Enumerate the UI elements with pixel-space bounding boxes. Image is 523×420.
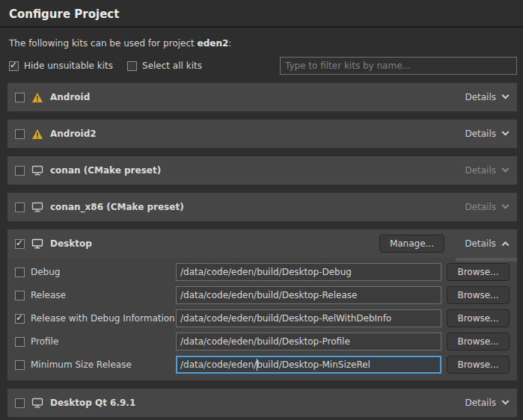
config-checkbox[interactable]: [15, 268, 25, 277]
config-row-relwithdebinfo: Release with Debug Information Browse...: [15, 309, 510, 327]
chevron-up-icon: [501, 241, 509, 248]
config-label: Minimum Size Release: [31, 359, 176, 370]
details-label: Details: [465, 165, 496, 176]
details-button[interactable]: Details: [456, 238, 517, 249]
kit-filter-input[interactable]: [280, 57, 517, 75]
hide-unsuitable-label: Hide unsuitable kits: [24, 61, 113, 71]
kit-name: Desktop Qt 6.9.1: [50, 398, 135, 408]
config-checkbox[interactable]: [15, 314, 25, 324]
kit-name: conan_x86 (CMake preset): [50, 202, 184, 212]
kit-checkbox[interactable]: [15, 398, 25, 408]
project-name: eden2: [198, 38, 229, 49]
kit-row-android2: Android2 Details: [7, 120, 517, 148]
config-row-debug: Debug Browse...: [15, 263, 510, 281]
kit-row-desktop-qt: Desktop Qt 6.9.1 Details: [7, 389, 517, 417]
build-dir-input[interactable]: [176, 286, 441, 304]
config-checkbox[interactable]: [15, 360, 25, 370]
config-label: Debug: [31, 267, 176, 277]
desktop-icon: [31, 398, 43, 409]
kit-row-android: Android Details: [7, 83, 517, 111]
kit-name: conan (CMake preset): [50, 165, 161, 176]
chevron-down-icon: [502, 201, 510, 209]
intro-text-after: :: [228, 38, 231, 49]
chevron-down-icon: [502, 128, 510, 135]
kit-row-desktop: Desktop Manage... Details: [7, 229, 517, 258]
desktop-icon: [31, 165, 43, 176]
kit-checkbox[interactable]: [15, 93, 25, 102]
config-checkbox[interactable]: [15, 337, 25, 347]
details-label: Details: [465, 202, 496, 212]
warning-icon: [31, 92, 43, 103]
build-dir-field: [176, 356, 441, 374]
build-dir-input[interactable]: [176, 309, 441, 327]
details-label: Details: [465, 398, 496, 408]
config-label: Release: [31, 290, 176, 300]
build-dir-field: [176, 263, 441, 281]
build-dir-input[interactable]: [176, 263, 441, 281]
browse-button[interactable]: Browse...: [447, 263, 510, 281]
intro-text-before: The following kits can be used for proje…: [9, 38, 198, 49]
text-caret: [257, 359, 257, 371]
details-label: Details: [465, 129, 496, 139]
config-checkbox[interactable]: [15, 291, 25, 300]
details-button[interactable]: Details: [465, 92, 508, 102]
details-label: Details: [465, 238, 496, 249]
browse-button[interactable]: Browse...: [447, 333, 510, 350]
config-label: Profile: [31, 336, 176, 347]
build-dir-field: [176, 309, 441, 327]
chevron-down-icon: [502, 91, 510, 99]
desktop-icon: [31, 202, 43, 213]
filter-toolbar: Hide unsuitable kits Select all kits: [9, 57, 517, 75]
intro-text: The following kits can be used for proje…: [0, 28, 523, 49]
details-button[interactable]: Details: [465, 165, 508, 176]
kit-checkbox[interactable]: [15, 203, 25, 212]
config-label: Release with Debug Information: [31, 313, 176, 324]
desktop-icon: [31, 238, 43, 250]
hide-unsuitable-checkbox[interactable]: [9, 61, 19, 71]
browse-button[interactable]: Browse...: [447, 356, 510, 374]
browse-button[interactable]: Browse...: [447, 286, 510, 304]
browse-button[interactable]: Browse...: [447, 309, 510, 327]
kit-name: Android2: [50, 129, 97, 139]
chevron-down-icon: [502, 164, 510, 172]
build-dir-input[interactable]: [176, 356, 441, 374]
details-button[interactable]: Details: [465, 129, 508, 139]
details-button[interactable]: Details: [465, 202, 508, 212]
config-row-release: Release Browse...: [15, 286, 510, 304]
kit-name: Android: [50, 92, 90, 102]
details-label: Details: [465, 92, 496, 102]
build-dir-field: [176, 333, 441, 350]
warning-icon: [31, 129, 43, 140]
chevron-down-icon: [502, 397, 510, 404]
config-row-profile: Profile Browse...: [15, 333, 510, 350]
config-row-minsizerel: Minimum Size Release Browse...: [15, 356, 510, 374]
page-title: Configure Project: [0, 0, 523, 21]
build-dir-input[interactable]: [176, 333, 441, 350]
select-all-checkbox[interactable]: [127, 61, 137, 71]
select-all-label: Select all kits: [142, 61, 202, 71]
kit-name: Desktop: [50, 238, 92, 249]
build-dir-field: [176, 286, 441, 304]
manage-button[interactable]: Manage...: [379, 235, 444, 253]
kit-section-desktop: Desktop Manage... Details Debug Browse..…: [7, 229, 517, 380]
kit-checkbox[interactable]: [15, 129, 25, 139]
kit-row-conan-x86: conan_x86 (CMake preset) Details: [7, 193, 517, 221]
kit-checkbox[interactable]: [15, 239, 25, 249]
kit-checkbox[interactable]: [15, 166, 25, 176]
details-button[interactable]: Details: [465, 398, 508, 408]
kit-row-conan: conan (CMake preset) Details: [7, 156, 517, 185]
